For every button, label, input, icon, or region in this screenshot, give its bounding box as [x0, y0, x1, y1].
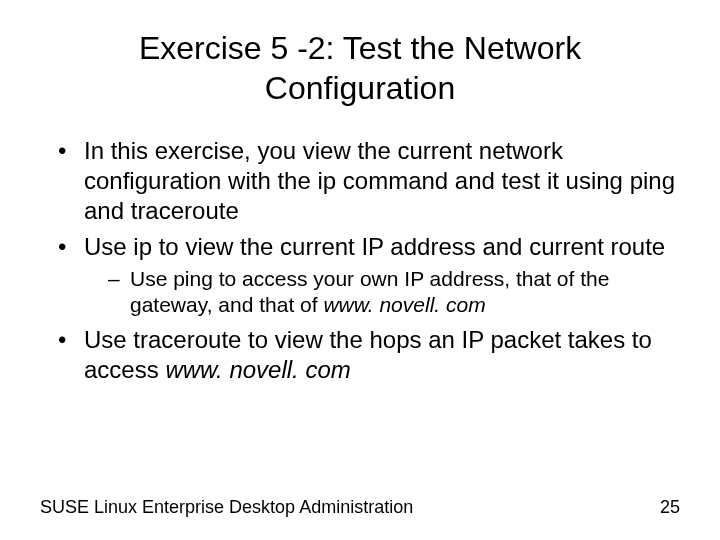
bullet-text: Use ip to view the current IP address an… [84, 233, 665, 260]
sub-bullet-italic: www. novell. com [323, 293, 485, 316]
footer: SUSE Linux Enterprise Desktop Administra… [40, 497, 680, 518]
bullet-text: In this exercise, you view the current n… [84, 137, 675, 224]
footer-page-number: 25 [660, 497, 680, 518]
bullet-item: Use ip to view the current IP address an… [50, 232, 680, 319]
bullet-list: In this exercise, you view the current n… [50, 136, 680, 385]
bullet-italic: www. novell. com [165, 356, 350, 383]
page-title: Exercise 5 -2: Test the Network Configur… [40, 28, 680, 108]
slide: Exercise 5 -2: Test the Network Configur… [0, 0, 720, 540]
sub-bullet-item: Use ping to access your own IP address, … [104, 266, 680, 319]
bullet-item: Use traceroute to view the hops an IP pa… [50, 325, 680, 385]
bullet-item: In this exercise, you view the current n… [50, 136, 680, 226]
sub-bullet-list: Use ping to access your own IP address, … [104, 266, 680, 319]
footer-left: SUSE Linux Enterprise Desktop Administra… [40, 497, 413, 518]
